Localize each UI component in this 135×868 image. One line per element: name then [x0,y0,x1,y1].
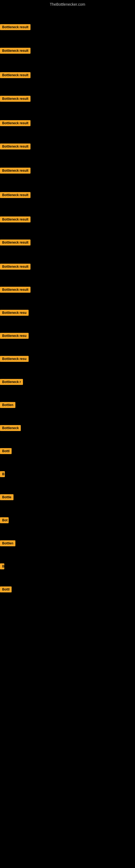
bottleneck-result-badge: Bottleneck result [0,287,31,293]
bottleneck-result-badge: Bottleneck result [0,96,31,102]
bottleneck-result-badge: Bottleneck resu [0,310,29,316]
bottleneck-result-badge: Bottleneck result [0,167,31,174]
bottleneck-result-badge: B [0,471,5,477]
bottleneck-result-badge: Bottleneck resu [0,333,29,339]
bottleneck-result-badge: Bottleneck result [0,72,31,78]
bottleneck-result-badge: Bottlen [0,540,15,546]
bottleneck-result-badge: Bottleneck result [0,120,31,126]
bottleneck-result-badge: Bottleneck result [0,24,31,30]
bottleneck-result-badge: Bottleneck result [0,216,31,222]
bottleneck-result-badge: B [0,563,4,569]
bottleneck-result-badge: Bottl [0,448,12,454]
bottleneck-result-badge: Bottl [0,586,12,592]
site-header: TheBottlenecker.com [0,0,135,9]
bottleneck-result-badge: Bottleneck r [0,379,23,385]
bottleneck-result-badge: Bottleneck [0,425,21,431]
bottleneck-result-badge: Bottleneck result [0,144,31,150]
bottleneck-result-badge: Bot [0,517,9,523]
bottleneck-result-badge: Bottleneck resu [0,356,29,362]
bottleneck-result-badge: Bottlen [0,402,15,408]
bottleneck-result-badge: Bottleneck result [0,48,31,54]
bottleneck-result-badge: Bottleneck result [0,240,31,246]
bottleneck-result-badge: Bottleneck result [0,192,31,198]
site-title: TheBottlenecker.com [0,0,135,9]
bottleneck-result-badge: Bottle [0,494,13,500]
bottleneck-result-badge: Bottleneck result [0,264,31,270]
